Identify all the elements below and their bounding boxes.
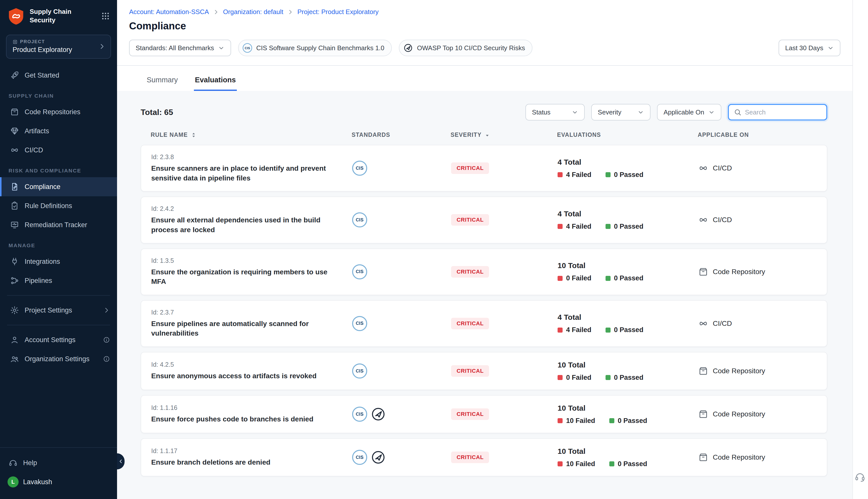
severity-badge: CRITICAL — [451, 409, 489, 420]
divider — [7, 295, 110, 296]
sidebar-item-remediation-tracker[interactable]: Remediation Tracker — [0, 215, 117, 234]
sidebar-item-project-settings[interactable]: Project Settings — [0, 301, 117, 320]
rule-name: Ensure scanners are in place to identify… — [151, 164, 328, 183]
users-icon — [10, 354, 19, 364]
brand-row: Supply Chain Security — [0, 0, 117, 32]
info-icon — [103, 336, 110, 343]
sidebar-item-label: Pipelines — [25, 277, 52, 285]
cis-standard-icon: CIS — [352, 264, 367, 279]
divider — [7, 325, 110, 325]
sidebar-item-code-repositories[interactable]: Code Repositories — [0, 102, 117, 121]
table-row[interactable]: Id: 1.1.16 Ensure force pushes code to b… — [141, 395, 827, 433]
search-field — [728, 104, 827, 121]
breadcrumb-project-link[interactable]: Project: Product Exploratory — [297, 8, 379, 16]
apps-grid-icon[interactable] — [101, 12, 110, 21]
rule-name: Ensure the organization is requiring mem… — [151, 267, 328, 287]
app-root: Supply Chain Security PROJECT Product Ex… — [0, 0, 868, 499]
help-button[interactable]: Help — [0, 454, 117, 472]
applicable-on-cell: CI/CD — [698, 318, 817, 329]
sidebar-item-account-settings[interactable]: Account Settings — [0, 330, 117, 349]
date-range-dropdown[interactable]: Last 30 Days — [779, 40, 840, 56]
filter-bar: Standards: All Benchmarks CIS CIS Softwa… — [117, 32, 853, 66]
evaluations-cell: 4 Total 4 Failed 0 Passed — [557, 158, 698, 179]
sidebar-item-cicd[interactable]: CI/CD — [0, 141, 117, 160]
applicable-on-filter-dropdown[interactable]: Applicable On — [657, 104, 721, 121]
failed-square-icon — [557, 224, 563, 229]
standards-cell: CIS — [352, 316, 451, 331]
eval-total: 10 Total — [557, 404, 698, 412]
infinity-icon — [10, 146, 19, 155]
sidebar-item-label: Organization Settings — [25, 355, 89, 363]
rule-id: Id: 1.1.16 — [151, 404, 352, 411]
table-toolbar: Total: 65 Status Severity — [141, 104, 827, 121]
eval-total: 4 Total — [557, 313, 698, 321]
cis-icon: CIS — [243, 43, 252, 53]
passed-stat: 0 Passed — [605, 374, 643, 381]
breadcrumb-account-link[interactable]: Account: Automation-SSCA — [129, 8, 209, 16]
chevron-right-icon — [213, 9, 219, 15]
cis-standard-icon: CIS — [352, 450, 367, 465]
passed-square-icon — [605, 328, 611, 332]
table-row[interactable]: Id: 1.3.5 Ensure the organization is req… — [141, 248, 827, 295]
chip-cis-benchmark[interactable]: CIS CIS Software Supply Chain Benchmarks… — [238, 40, 392, 56]
column-severity[interactable]: SEVERITY — [450, 132, 557, 138]
passed-stat: 0 Passed — [605, 223, 643, 230]
table-row[interactable]: Id: 2.4.2 Ensure all external dependenci… — [141, 196, 827, 243]
sidebar-item-artifacts[interactable]: Artifacts — [0, 121, 117, 141]
column-standards: STANDARDS — [352, 132, 450, 138]
sidebar-item-organization-settings[interactable]: Organization Settings — [0, 349, 117, 368]
rule-name: Ensure force pushes code to branches is … — [151, 414, 328, 424]
chip-owasp-top10[interactable]: OWASP Top 10 CI/CD Security Risks — [399, 40, 532, 56]
monitor-pulse-icon — [10, 220, 19, 229]
main-area: Account: Automation-SSCA Organization: d… — [117, 0, 853, 499]
rule-id: Id: 4.2.5 — [151, 361, 352, 368]
help-label: Help — [23, 459, 37, 467]
sidebar-item-rule-definitions[interactable]: Rule Definitions — [0, 196, 117, 215]
standards-dropdown[interactable]: Standards: All Benchmarks — [129, 40, 231, 56]
evaluations-cell: 10 Total 0 Failed 0 Passed — [557, 261, 698, 282]
failed-stat: 4 Failed — [557, 171, 591, 179]
failed-square-icon — [557, 375, 563, 380]
standards-cell: CIS — [352, 161, 451, 176]
eval-total: 10 Total — [557, 261, 698, 270]
table-row[interactable]: Id: 2.3.7 Ensure pipelines are automatic… — [141, 300, 827, 347]
table-row[interactable]: Id: 4.2.5 Ensure anonymous access to art… — [141, 352, 827, 390]
severity-badge: CRITICAL — [451, 162, 489, 174]
severity-filter-dropdown[interactable]: Severity — [591, 104, 651, 121]
search-input[interactable] — [745, 108, 821, 116]
rule-name: Ensure branch deletions are denied — [151, 458, 328, 467]
support-headset-button[interactable] — [854, 471, 866, 483]
infinity-icon — [698, 215, 708, 225]
sidebar-item-compliance[interactable]: Compliance — [0, 177, 117, 196]
cis-standard-icon: CIS — [352, 212, 367, 228]
failed-square-icon — [557, 276, 563, 281]
standards-cell: CIS — [352, 264, 451, 279]
table-row[interactable]: Id: 2.3.8 Ensure scanners are in place t… — [141, 145, 827, 192]
project-selector[interactable]: PROJECT Product Exploratory — [6, 35, 111, 59]
tab-summary[interactable]: Summary — [146, 74, 179, 91]
sidebar-item-integrations[interactable]: Integrations — [0, 252, 117, 271]
eval-total: 10 Total — [557, 447, 698, 455]
page-title: Compliance — [129, 20, 840, 32]
owasp-icon — [403, 43, 413, 53]
code-repository-icon — [698, 452, 708, 462]
rule-name: Ensure pipelines are automatically scann… — [151, 319, 328, 338]
code-repository-icon — [698, 409, 708, 419]
rule-cell: Id: 1.1.16 Ensure force pushes code to b… — [151, 404, 352, 424]
passed-stat: 0 Passed — [605, 326, 643, 334]
sidebar-nav: Get Started SUPPLY CHAIN Code Repositori… — [0, 66, 117, 368]
breadcrumb-organization-link[interactable]: Organization: default — [223, 8, 283, 16]
status-filter-dropdown[interactable]: Status — [526, 104, 585, 121]
column-rule-name[interactable]: RULE NAME — [151, 132, 352, 138]
evaluations-cell: 10 Total 10 Failed 0 Passed — [557, 447, 698, 468]
tab-bar: Summary Evaluations — [117, 66, 853, 91]
rule-id: Id: 1.1.17 — [151, 447, 352, 454]
sidebar-item-get-started[interactable]: Get Started — [0, 66, 117, 85]
user-menu[interactable]: L Lavakush — [0, 472, 117, 492]
chevron-down-icon — [571, 109, 578, 115]
table-row[interactable]: Id: 1.1.17 Ensure branch deletions are d… — [141, 438, 827, 476]
app-logo-icon — [7, 7, 25, 26]
tab-evaluations[interactable]: Evaluations — [194, 74, 237, 91]
sidebar-item-pipelines[interactable]: Pipelines — [0, 271, 117, 290]
sidebar-item-label: Remediation Tracker — [25, 221, 87, 229]
